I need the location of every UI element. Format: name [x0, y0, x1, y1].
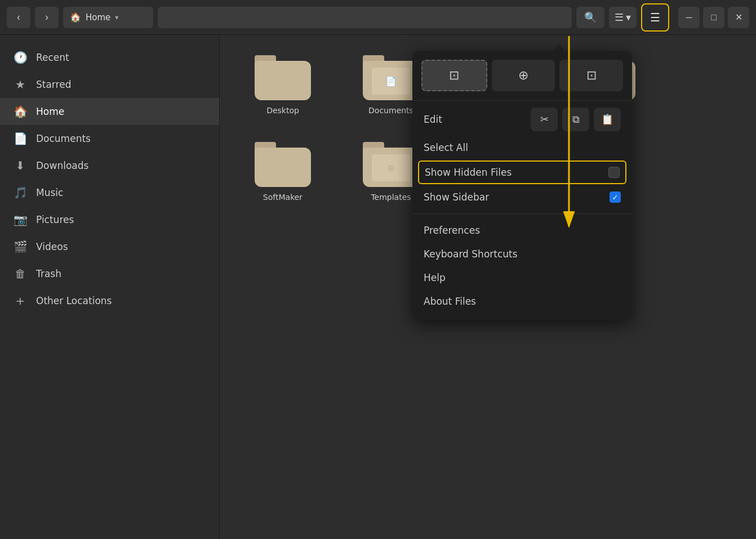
- sidebar-item-downloads[interactable]: ⬇ Downloads: [0, 152, 219, 179]
- checkbox-show-hidden-files[interactable]: [608, 167, 620, 178]
- forward-icon: ›: [45, 11, 48, 23]
- file-label-documents: Documents: [368, 106, 413, 115]
- sidebar-label-videos: Videos: [36, 241, 68, 252]
- menu-item-label-show-sidebar: Show Sidebar: [424, 191, 489, 203]
- file-label-softmaker: SoftMaker: [263, 193, 303, 202]
- starred-icon: ★: [14, 78, 27, 91]
- edit-buttons: ✂ ⧉ 📋: [531, 108, 621, 131]
- minimize-button[interactable]: ─: [678, 7, 700, 28]
- new-folder-icon: ⊡: [449, 68, 459, 83]
- sidebar-label-other-locations: Other Locations: [36, 295, 112, 306]
- path-bar[interactable]: [158, 7, 572, 28]
- videos-icon: 🎬: [14, 240, 27, 253]
- hamburger-menu-button[interactable]: ☰: [641, 3, 669, 32]
- copy-icon: ⧉: [572, 114, 580, 126]
- cut-button[interactable]: ✂: [531, 108, 558, 131]
- menu-edit-row: Edit ✂ ⧉ 📋: [412, 105, 632, 136]
- downloads-icon: ⬇: [14, 159, 27, 172]
- sidebar-label-music: Music: [36, 187, 63, 198]
- sidebar-label-pictures: Pictures: [36, 214, 74, 225]
- pictures-icon: 📷: [14, 213, 27, 226]
- menu-item-show-hidden-files[interactable]: Show Hidden Files: [418, 161, 626, 184]
- new-folder-button[interactable]: ⊡: [421, 60, 487, 91]
- back-button[interactable]: ‹: [7, 7, 30, 28]
- sidebar: 🕐 Recent ★ Starred 🏠 Home 📄 Documents ⬇ …: [0, 35, 220, 539]
- menu-item-show-sidebar[interactable]: Show Sidebar: [412, 185, 632, 209]
- view-list-button[interactable]: ☰ ▾: [609, 7, 637, 28]
- menu-items: Select All Show Hidden Files Show Sideba…: [412, 136, 632, 313]
- location-text: Home: [86, 12, 110, 23]
- menu-item-help[interactable]: Help: [412, 266, 632, 289]
- menu-item-label-preferences: Preferences: [424, 225, 480, 236]
- maximize-icon: □: [711, 12, 717, 23]
- back-icon: ‹: [17, 11, 20, 23]
- checkbox-show-sidebar[interactable]: [610, 191, 621, 203]
- new-folder-link-icon: ⊡: [586, 68, 597, 83]
- menu-item-label-help: Help: [424, 272, 446, 283]
- copy-button[interactable]: ⧉: [562, 108, 589, 131]
- file-item-desktop[interactable]: Desktop: [238, 48, 328, 122]
- view-dropdown-icon: ▾: [626, 11, 631, 24]
- other-locations-icon: +: [14, 294, 27, 308]
- menu-item-keyboard-shortcuts[interactable]: Keyboard Shortcuts: [412, 242, 632, 266]
- menu-item-label-select-all: Select All: [424, 142, 468, 153]
- sidebar-label-starred: Starred: [36, 79, 71, 90]
- list-view-icon: ☰: [615, 11, 624, 24]
- cut-icon: ✂: [540, 113, 549, 126]
- trash-icon: 🗑: [14, 267, 27, 280]
- new-file-button[interactable]: ⊕: [492, 60, 555, 91]
- location-bar[interactable]: 🏠 Home ▾: [63, 7, 153, 28]
- minimize-icon: ─: [686, 12, 692, 23]
- sidebar-item-trash[interactable]: 🗑 Trash: [0, 260, 219, 287]
- sidebar-item-documents[interactable]: 📄 Documents: [0, 125, 219, 152]
- menu-item-preferences[interactable]: Preferences: [412, 219, 632, 242]
- sidebar-item-pictures[interactable]: 📷 Pictures: [0, 206, 219, 233]
- sidebar-label-documents: Documents: [36, 133, 91, 144]
- search-icon: 🔍: [584, 11, 597, 24]
- maximize-button[interactable]: □: [703, 7, 724, 28]
- paste-button[interactable]: 📋: [594, 108, 621, 131]
- sidebar-item-home[interactable]: 🏠 Home: [0, 98, 219, 125]
- menu-item-label-show-hidden-files: Show Hidden Files: [425, 167, 512, 178]
- new-folder-link-button[interactable]: ⊡: [559, 60, 623, 91]
- recent-icon: 🕐: [14, 51, 27, 64]
- menu-item-label-keyboard-shortcuts: Keyboard Shortcuts: [424, 248, 518, 260]
- home-icon: 🏠: [70, 12, 81, 23]
- documents-icon: 📄: [14, 132, 27, 145]
- file-item-softmaker[interactable]: SoftMaker: [238, 135, 328, 208]
- new-file-icon: ⊕: [518, 68, 528, 83]
- music-icon: 🎵: [14, 186, 27, 199]
- sidebar-item-music[interactable]: 🎵 Music: [0, 179, 219, 206]
- menu-item-label-about-files: About Files: [424, 296, 476, 307]
- file-label-templates: Templates: [371, 193, 411, 202]
- menu-item-select-all[interactable]: Select All: [412, 136, 632, 159]
- sidebar-label-trash: Trash: [36, 268, 61, 279]
- sidebar-label-recent: Recent: [36, 52, 69, 63]
- dropdown-menu: ⊡ ⊕ ⊡ Edit ✂ ⧉ 📋 Select All Show Hidden …: [412, 51, 632, 320]
- home-icon: 🏠: [14, 105, 27, 118]
- close-icon: ✕: [735, 12, 742, 23]
- sidebar-item-other-locations[interactable]: + Other Locations: [0, 287, 219, 314]
- location-dropdown-icon: ▾: [115, 14, 118, 21]
- sidebar-label-downloads: Downloads: [36, 160, 88, 171]
- forward-button[interactable]: ›: [35, 7, 59, 28]
- sidebar-item-videos[interactable]: 🎬 Videos: [0, 233, 219, 260]
- menu-toolbar: ⊡ ⊕ ⊡: [412, 60, 632, 101]
- main-layout: 🕐 Recent ★ Starred 🏠 Home 📄 Documents ⬇ …: [0, 35, 756, 539]
- close-button[interactable]: ✕: [728, 7, 749, 28]
- paste-icon: 📋: [601, 113, 613, 126]
- sidebar-label-home: Home: [36, 106, 64, 117]
- sidebar-item-starred[interactable]: ★ Starred: [0, 71, 219, 98]
- edit-label: Edit: [424, 114, 526, 125]
- search-button[interactable]: 🔍: [576, 7, 604, 28]
- sidebar-item-recent[interactable]: 🕐 Recent: [0, 44, 219, 71]
- menu-item-about-files[interactable]: About Files: [412, 289, 632, 313]
- window-controls: ─ □ ✕: [678, 7, 749, 28]
- menu-divider: [412, 213, 632, 214]
- file-label-desktop: Desktop: [266, 106, 299, 115]
- hamburger-icon: ☰: [650, 11, 660, 24]
- titlebar: ‹ › 🏠 Home ▾ 🔍 ☰ ▾ ☰ ─ □ ✕: [0, 0, 756, 35]
